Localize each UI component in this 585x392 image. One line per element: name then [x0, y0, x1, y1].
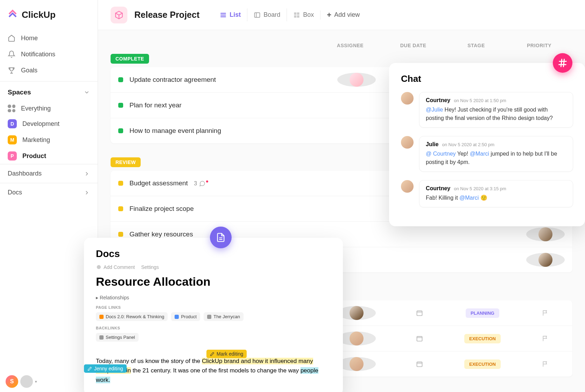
view-tab-list[interactable]: List [213, 8, 247, 21]
page-links-label: PAGE LINKS [96, 305, 331, 309]
mention[interactable]: @Marci [470, 151, 489, 157]
chat-body: @ Courtney Yep! @Marci jumped in to help… [426, 150, 566, 166]
status-icon[interactable] [118, 232, 123, 237]
svg-rect-8 [417, 362, 422, 366]
chat-timestamp: on Nov 5 2020 at 2:50 pm [442, 142, 494, 147]
mention[interactable]: @ Courtney [426, 151, 456, 157]
doc-title[interactable]: Resource Allocation [96, 275, 331, 288]
chat-bubble: Julieon Nov 5 2020 at 2:50 pm@ Courtney … [419, 136, 573, 172]
everything-icon [8, 105, 15, 112]
assignee-avatar[interactable] [337, 332, 376, 345]
due-date[interactable] [400, 361, 439, 368]
doc-settings-button[interactable]: Settings [141, 264, 159, 270]
chat-body: Fab! Killing it @Marci 🙂 [426, 194, 566, 202]
space-product[interactable]: P Product [0, 148, 98, 164]
brand-name: ClickUp [22, 9, 56, 20]
assignee-avatar[interactable] [526, 227, 565, 241]
sidebar-everything[interactable]: Everything [0, 101, 98, 116]
comment-count[interactable]: 3 [194, 180, 210, 187]
nav-notifications[interactable]: Notifications [0, 46, 98, 62]
backlinks-label: BACKLINKS [96, 326, 331, 330]
calendar-icon [416, 309, 423, 316]
nav-goals[interactable]: Goals [0, 62, 98, 78]
stage-badge[interactable]: EXECUTION [464, 334, 501, 343]
chat-message[interactable]: Courtneyon Nov 5 2020 at 1:50 pm@Julie H… [401, 92, 573, 128]
space-badge: P [8, 151, 17, 161]
column-headers: ASSIGNEE DUE DATE STAGE PRIORITY [111, 43, 572, 54]
chat-message[interactable]: Julieon Nov 5 2020 at 2:50 pm@ Courtney … [401, 136, 573, 172]
svg-rect-4 [297, 15, 299, 17]
trophy-icon [8, 66, 15, 74]
chat-author: Julie [426, 141, 438, 148]
svg-rect-6 [417, 311, 422, 315]
view-tab-box[interactable]: Box [287, 8, 320, 21]
home-icon [8, 34, 15, 42]
clickup-logo-icon [7, 9, 18, 20]
group-label[interactable]: COMPLETE [111, 54, 149, 64]
calendar-icon [416, 361, 423, 368]
priority-flag[interactable] [526, 361, 565, 368]
space-development[interactable]: D Development [0, 116, 98, 132]
chat-author: Courtney [426, 97, 450, 104]
page-link-chip[interactable]: Docs 2.0: Rework & Thinking [96, 312, 168, 321]
mention[interactable]: @Marci [459, 195, 479, 201]
chat-message[interactable]: Courtneyon Nov 5 2020 at 3:15 pmFab! Kil… [401, 180, 573, 207]
chat-avatar [401, 136, 414, 149]
priority-flag[interactable] [526, 335, 565, 342]
chat-avatar [401, 180, 414, 193]
chat-badge-icon [553, 53, 572, 73]
chat-title: Chat [401, 73, 573, 84]
menu-docs[interactable]: Docs [0, 183, 98, 202]
nav-home[interactable]: Home [0, 30, 98, 46]
page-link-chip[interactable]: Product [171, 312, 200, 321]
svg-rect-7 [417, 336, 422, 341]
priority-flag[interactable] [526, 309, 565, 316]
doc-body[interactable]: Today, many of us know the story of the … [96, 356, 331, 385]
user-menu[interactable]: S ▾ [6, 375, 37, 388]
spaces-header[interactable]: Spaces [0, 81, 98, 101]
status-icon[interactable] [118, 128, 123, 133]
doc-icon [216, 233, 226, 242]
add-view-button[interactable]: + Add view [320, 10, 360, 20]
status-icon[interactable] [118, 206, 123, 211]
backlink-chip[interactable]: Settings Panel [96, 333, 139, 342]
list-icon [220, 12, 227, 19]
caret-down-icon: ▾ [35, 379, 37, 384]
workspace-avatar: S [6, 375, 18, 388]
mention[interactable]: @Julie [426, 107, 443, 113]
menu-dashboards[interactable]: Dashboards [0, 164, 98, 183]
status-icon[interactable] [118, 77, 123, 82]
status-icon[interactable] [118, 181, 123, 186]
due-date[interactable] [400, 309, 439, 316]
status-icon[interactable] [118, 103, 123, 108]
comment-icon [199, 180, 205, 187]
relationships-toggle[interactable]: ▸ Relationships [96, 295, 331, 300]
page-link-chip[interactable]: The Jerrycan [204, 312, 244, 321]
assignee-avatar[interactable] [337, 357, 376, 371]
bell-icon [8, 50, 15, 58]
due-date[interactable] [400, 335, 439, 342]
chevron-down-icon [84, 89, 90, 95]
brand-logo[interactable]: ClickUp [0, 0, 98, 27]
stage-badge[interactable]: EXECUTION [464, 359, 501, 369]
assignee-avatar[interactable] [526, 253, 565, 267]
assignee-avatar[interactable] [337, 73, 376, 87]
space-badge: D [8, 119, 17, 128]
stage-badge[interactable]: PLANNING [466, 308, 499, 318]
assignee-avatar[interactable] [337, 306, 376, 320]
chat-author: Courtney [426, 185, 450, 192]
flag-icon [542, 361, 549, 368]
docs-panel: Docs Add Comment Settings Resource Alloc… [84, 238, 343, 392]
space-marketing[interactable]: M Marketing [0, 132, 98, 148]
hash-icon [558, 58, 568, 68]
view-tab-board[interactable]: Board [247, 8, 287, 21]
pencil-icon [210, 352, 214, 356]
flag-icon [542, 335, 549, 342]
docs-panel-title: Docs [96, 248, 331, 259]
svg-rect-1 [294, 12, 297, 15]
docs-badge-icon [210, 227, 232, 248]
chat-timestamp: on Nov 5 2020 at 1:50 pm [454, 98, 506, 103]
group-label[interactable]: REVIEW [111, 157, 141, 167]
add-comment-button[interactable]: Add Comment [96, 264, 135, 270]
project-icon[interactable] [111, 7, 127, 23]
